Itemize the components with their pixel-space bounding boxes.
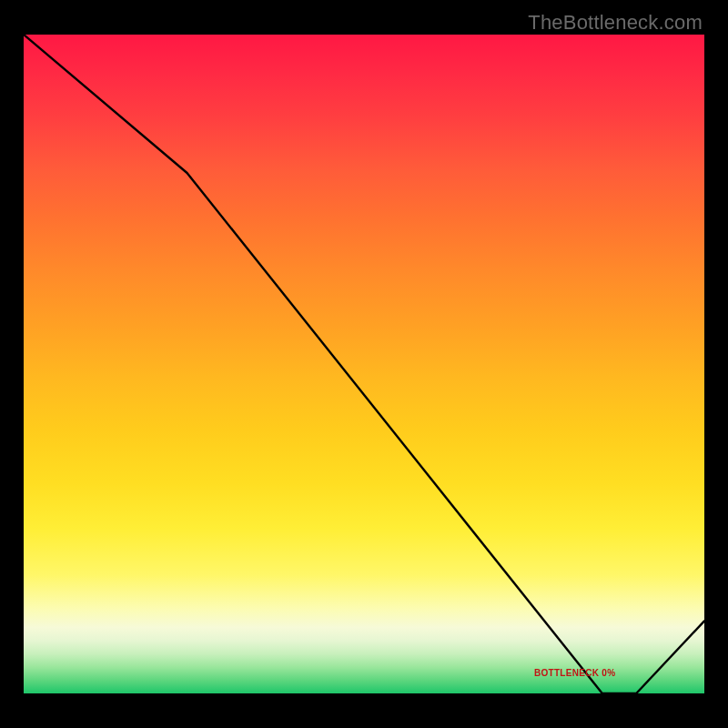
plot-area: BOTTLENECK 0% bbox=[24, 35, 704, 693]
chart-frame: TheBottleneck.com BOTTLENECK 0% bbox=[0, 0, 728, 728]
watermark-text: TheBottleneck.com bbox=[528, 11, 703, 35]
curve-polyline bbox=[24, 35, 704, 693]
bottleneck-curve bbox=[24, 35, 704, 693]
